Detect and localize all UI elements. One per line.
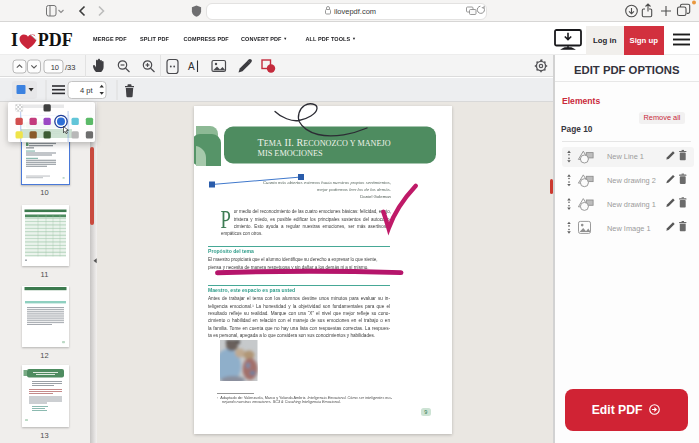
svg-text:4 pt: 4 pt — [80, 86, 93, 95]
svg-text:ilovepdf.com: ilovepdf.com — [334, 7, 376, 16]
svg-text:/33: /33 — [65, 63, 75, 72]
svg-text:10: 10 — [51, 63, 59, 72]
svg-text:A: A — [188, 61, 195, 72]
